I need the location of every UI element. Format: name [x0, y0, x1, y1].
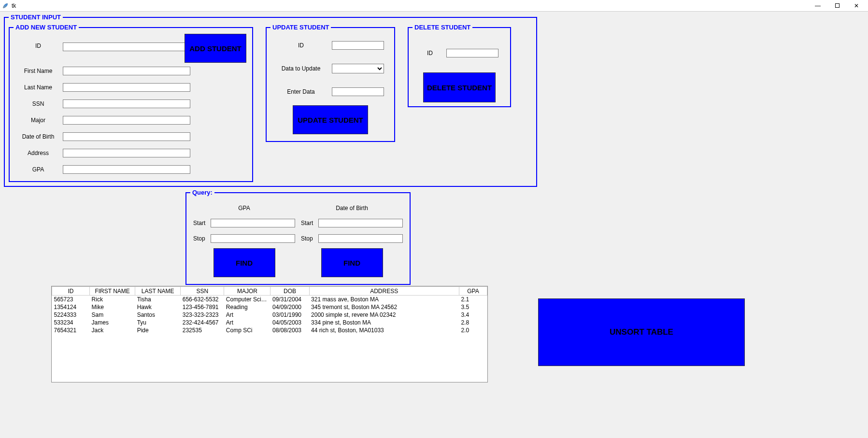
- gpa-input[interactable]: [63, 165, 190, 174]
- table-cell: 2000 simple st, revere MA 02342: [309, 311, 459, 319]
- add-student-button[interactable]: ADD STUDENT: [185, 34, 246, 63]
- table-row[interactable]: 1354124MikeHawk123-456-7891Reading04/09/…: [52, 303, 487, 311]
- gpa-label: GPA: [14, 166, 63, 173]
- data-to-update-select[interactable]: [332, 64, 384, 73]
- query-gpa-head: GPA: [193, 201, 295, 215]
- table-cell: 334 pine st, Boston MA: [309, 319, 459, 326]
- maximize-button[interactable]: [827, 0, 847, 12]
- delete-id-label: ID: [420, 50, 440, 57]
- table-cell: 123-456-7891: [181, 303, 224, 311]
- app-feather-icon: [2, 2, 9, 9]
- table-cell: Hawk: [135, 303, 181, 311]
- major-input[interactable]: [63, 116, 190, 125]
- ssn-label: SSN: [14, 100, 63, 107]
- address-label: Address: [14, 150, 63, 156]
- table-header-first-name[interactable]: FIRST NAME: [90, 287, 135, 296]
- table-header-gpa[interactable]: GPA: [459, 287, 487, 296]
- students-table[interactable]: IDFIRST NAMELAST NAMESSNMAJORDOBADDRESSG…: [51, 286, 488, 382]
- table-cell: 08/08/2003: [270, 326, 309, 334]
- table-cell: 04/05/2003: [270, 319, 309, 326]
- table-cell: 7654321: [52, 326, 90, 334]
- table-cell: Comp SCi: [224, 326, 270, 334]
- table-cell: 2.1: [459, 296, 487, 304]
- query-legend: Query:: [190, 189, 214, 196]
- dob-find-button[interactable]: FIND: [321, 248, 383, 277]
- dob-stop-input[interactable]: [318, 234, 403, 243]
- update-id-label: ID: [277, 42, 325, 49]
- id-label: ID: [14, 42, 63, 49]
- table-cell: Art: [224, 311, 270, 319]
- dob-start-input[interactable]: [318, 219, 403, 227]
- update-id-input[interactable]: [332, 41, 384, 50]
- last-name-input[interactable]: [63, 83, 190, 92]
- dob-start-label: Start: [301, 220, 315, 226]
- gpa-find-button[interactable]: FIND: [213, 248, 275, 277]
- last-name-label: Last Name: [14, 84, 63, 91]
- query-dob-head: Date of Birth: [301, 201, 403, 215]
- unsort-table-button[interactable]: UNSORT TABLE: [538, 298, 745, 366]
- table-cell: Computer Science: [224, 296, 270, 304]
- table-cell: 3.5: [459, 303, 487, 311]
- gpa-start-input[interactable]: [211, 219, 295, 227]
- table-cell: Tyu: [135, 319, 181, 326]
- table-row[interactable]: 565723RickTisha656-632-5532Computer Scie…: [52, 296, 487, 304]
- table-cell: 04/09/2000: [270, 303, 309, 311]
- add-new-student-group: ADD NEW STUDENT ID ADD STUDENT First Nam…: [9, 24, 253, 182]
- table-header-major[interactable]: MAJOR: [224, 287, 270, 296]
- table-cell: Jack: [90, 326, 135, 334]
- update-student-button[interactable]: UPDATE STUDENT: [293, 105, 368, 134]
- gpa-stop-input[interactable]: [211, 234, 295, 243]
- title-bar: tk — ✕: [0, 0, 868, 12]
- major-label: Major: [14, 117, 63, 124]
- table-cell: 533234: [52, 319, 90, 326]
- first-name-input[interactable]: [63, 67, 190, 75]
- table-cell: Reading: [224, 303, 270, 311]
- student-input-legend: STUDENT INPUT: [9, 14, 63, 21]
- table-cell: 321 mass ave, Boston MA: [309, 296, 459, 304]
- table-header-last-name[interactable]: LAST NAME: [135, 287, 181, 296]
- dob-input[interactable]: [63, 132, 190, 141]
- table-header-dob[interactable]: DOB: [270, 287, 309, 296]
- table-row[interactable]: 5224333SamSantos323-323-2323Art03/01/199…: [52, 311, 487, 319]
- enter-data-label: Enter Data: [277, 88, 325, 95]
- table-cell: Sam: [90, 311, 135, 319]
- enter-data-input[interactable]: [332, 87, 384, 96]
- table-header-ssn[interactable]: SSN: [181, 287, 224, 296]
- delete-legend: DELETE STUDENT: [413, 24, 472, 31]
- minimize-button[interactable]: —: [808, 0, 827, 12]
- query-group: Query: GPA Start Stop FIND Date of Birth…: [185, 189, 411, 285]
- table-cell: 5224333: [52, 311, 90, 319]
- table-cell: Pide: [135, 326, 181, 334]
- table-cell: 345 tremont st, Boston MA 24562: [309, 303, 459, 311]
- gpa-start-label: Start: [193, 220, 208, 226]
- delete-id-input[interactable]: [446, 49, 498, 57]
- table-cell: 323-323-2323: [181, 311, 224, 319]
- table-cell: James: [90, 319, 135, 326]
- table-cell: 3.4: [459, 311, 487, 319]
- table-cell: Santos: [135, 311, 181, 319]
- student-input-group: STUDENT INPUT ADD NEW STUDENT ID ADD STU…: [4, 14, 537, 187]
- table-cell: 44 rich st, Boston, MA01033: [309, 326, 459, 334]
- table-cell: 232-424-4567: [181, 319, 224, 326]
- table-row[interactable]: 7654321JackPide232535Comp SCi08/08/20034…: [52, 326, 487, 334]
- table-cell: 2.8: [459, 319, 487, 326]
- ssn-input[interactable]: [63, 99, 190, 108]
- table-header-address[interactable]: ADDRESS: [309, 287, 459, 296]
- id-input[interactable]: [63, 42, 190, 51]
- table-cell: 03/01/1990: [270, 311, 309, 319]
- update-student-group: UPDATE STUDENT ID Data to Update Enter D…: [266, 24, 395, 142]
- table-cell: 565723: [52, 296, 90, 304]
- window-title: tk: [12, 2, 16, 9]
- delete-student-button[interactable]: DELETE STUDENT: [423, 72, 496, 102]
- table-row[interactable]: 533234JamesTyu232-424-4567Art04/05/20033…: [52, 319, 487, 326]
- update-legend: UPDATE STUDENT: [270, 24, 331, 31]
- table-cell: 2.0: [459, 326, 487, 334]
- add-new-legend: ADD NEW STUDENT: [14, 24, 79, 31]
- table-cell: 656-632-5532: [181, 296, 224, 304]
- close-button[interactable]: ✕: [847, 0, 866, 12]
- data-to-update-label: Data to Update: [277, 65, 325, 72]
- table-cell: 1354124: [52, 303, 90, 311]
- address-input[interactable]: [63, 149, 190, 157]
- table-cell: 09/31/2004: [270, 296, 309, 304]
- table-header-id[interactable]: ID: [52, 287, 90, 296]
